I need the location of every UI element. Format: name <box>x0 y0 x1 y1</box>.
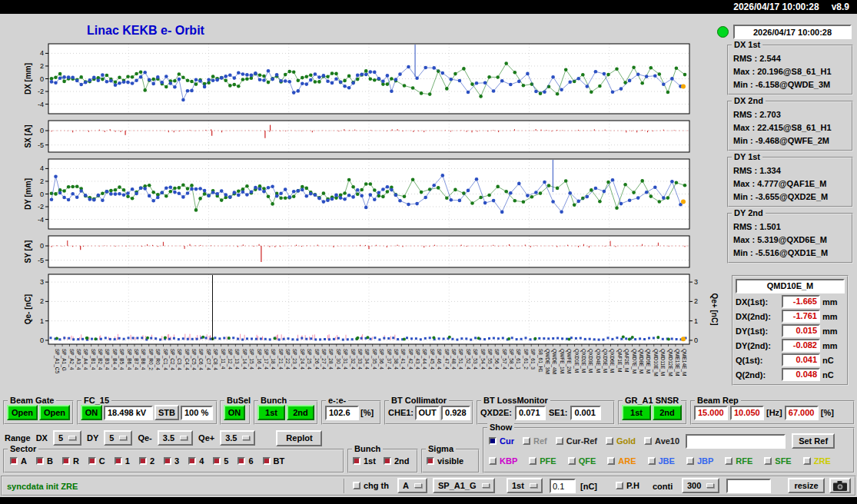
bunch-checkbox-2nd[interactable]: 2nd <box>384 456 410 466</box>
gr-snsr-2nd-button[interactable]: 2nd <box>653 405 682 420</box>
sector-checkbox-2[interactable]: 2 <box>139 456 154 466</box>
ref-name-input[interactable] <box>686 434 786 449</box>
aux-input[interactable] <box>726 479 771 493</box>
show-checkbox-zre[interactable]: ZRE <box>803 456 831 466</box>
range-qe-minus-value: 3.5 <box>163 433 174 443</box>
show-checkbox-ave10[interactable]: Ave10 <box>644 436 679 446</box>
busel-on-button[interactable]: ON <box>224 405 245 420</box>
threshold-input[interactable] <box>550 479 576 493</box>
monitor-row-label: DX(1st): <box>736 297 779 307</box>
checkbox-indicator <box>568 457 576 465</box>
stat-group-title: DY 2nd <box>732 208 766 217</box>
fc15-stb-button[interactable]: STB <box>154 405 179 420</box>
dropdown-indicator-icon <box>119 436 127 440</box>
show-checkbox-rfe[interactable]: RFE <box>725 456 752 466</box>
beam-rep-group: Beam Rep 15.000 10.050 [Hz] 67.000 [%] <box>690 400 855 425</box>
sector-checkbox-a[interactable]: A <box>10 456 27 466</box>
sector-checkbox-r[interactable]: R <box>62 456 79 466</box>
svg-text:SP_R0_4: SP_R0_4 <box>154 349 161 370</box>
sigma-checkbox-visible[interactable]: visible <box>427 456 463 466</box>
checkbox-label: Cur-Ref <box>566 436 597 446</box>
checkbox-indicator <box>353 482 360 489</box>
chg-th-checkbox[interactable]: chg th <box>353 481 389 490</box>
monitor-row-value: 0.048 <box>782 368 820 381</box>
bunch-2nd-button[interactable]: 2nd <box>287 405 314 420</box>
resize-button[interactable]: resize <box>788 478 825 493</box>
checkbox-indicator <box>529 457 536 465</box>
bpm-select[interactable]: SP_A1_G <box>433 478 495 493</box>
checkbox-label: 3 <box>174 456 179 466</box>
show-checkbox-gold[interactable]: Gold <box>606 436 636 446</box>
beam-rep-value-2: 10.050 <box>730 406 764 420</box>
svg-text:QMD12E_M: QMD12E_M <box>667 349 673 376</box>
checkbox-indicator <box>725 457 732 465</box>
beam-gate-open-button-1[interactable]: Open <box>7 405 38 420</box>
beam-rep-unit-percent: [%] <box>821 408 834 417</box>
bunch-number-select[interactable]: 1st <box>507 478 543 493</box>
show-row-2: KBPPFEQFEAREJBEJBPRFESFEZRE <box>489 452 831 470</box>
show-checkbox-jbe[interactable]: JBE <box>648 456 675 466</box>
bunch-1st-button[interactable]: 1st <box>257 405 285 420</box>
svg-text:SP_B6_4: SP_B6_4 <box>126 349 132 370</box>
ph-checkbox[interactable]: P.H <box>616 481 639 490</box>
monitor-row-unit: mm <box>822 312 845 321</box>
sector-checkbox-4[interactable]: 4 <box>188 456 204 466</box>
range-dx-value: 5 <box>58 433 63 443</box>
sector-checkbox-1[interactable]: 1 <box>115 456 130 466</box>
sector-checkbox-c[interactable]: C <box>88 456 105 466</box>
fc15-on-button[interactable]: ON <box>81 405 102 420</box>
gr-snsr-1st-button[interactable]: 1st <box>622 405 651 420</box>
stat-group-dx-2nd: DX 2ndRMS : 2.703Max : 22.415@S8_61_H1Mi… <box>727 101 853 151</box>
stat-line: RMS : 2.703 <box>733 108 849 121</box>
svg-text:2: 2 <box>40 297 44 305</box>
bpm-select-value: SP_A1_G <box>438 481 477 490</box>
range-qe-minus-select[interactable]: 3.5 <box>158 430 193 446</box>
show-checkbox-cur[interactable]: Cur <box>489 436 514 446</box>
camera-button[interactable] <box>829 478 851 493</box>
svg-text:0: 0 <box>40 242 44 250</box>
range-dx-select[interactable]: 5 <box>53 430 81 446</box>
sector-checkbox-b[interactable]: B <box>36 456 53 466</box>
range-dy-select[interactable]: 5 <box>104 430 132 446</box>
beam-rep-unit-hz: [Hz] <box>766 408 782 417</box>
svg-text:SP_58_4: SP_58_4 <box>508 349 514 370</box>
monitor-row-label: Q(1st): <box>736 356 779 365</box>
svg-text:SP_33_4: SP_33_4 <box>357 349 363 370</box>
svg-text:SP_18_4: SP_18_4 <box>270 349 276 370</box>
show-checkbox-sfe[interactable]: SFE <box>764 456 791 466</box>
svg-text:SP_53_4: SP_53_4 <box>472 349 478 370</box>
svg-text:SP_C1_4: SP_C1_4 <box>162 349 168 370</box>
set-ref-button[interactable]: Set Ref <box>792 433 835 449</box>
status-light <box>717 26 729 38</box>
beam-gate-open-button-2[interactable]: Open <box>39 405 70 420</box>
checkbox-indicator <box>606 437 613 445</box>
sector-checkbox-6[interactable]: 6 <box>238 456 253 466</box>
mode-select[interactable]: A <box>397 478 427 493</box>
svg-text:SP_A3_4: SP_A3_4 <box>75 349 81 370</box>
bunch-checkbox-1st[interactable]: 1st <box>353 456 376 466</box>
show-checkbox-cur-ref[interactable]: Cur-Ref <box>556 436 597 446</box>
show-checkbox-ref[interactable]: Ref <box>523 436 547 446</box>
svg-text:2: 2 <box>40 62 44 70</box>
sector-checkbox-5[interactable]: 5 <box>213 456 228 466</box>
checkbox-indicator <box>616 482 623 489</box>
show-checkbox-jbp[interactable]: JBP <box>686 456 713 466</box>
show-checkbox-are[interactable]: ARE <box>607 456 636 466</box>
range-qe-plus-select[interactable]: 3.5 <box>220 430 255 446</box>
show-row2-items: KBPPFEQFEAREJBEJBPRFESFEZRE <box>489 456 831 466</box>
range-qe-plus-value: 3.5 <box>225 433 237 443</box>
svg-text:SX [A]: SX [A] <box>24 125 32 148</box>
checkbox-label: Ref <box>533 436 547 446</box>
svg-text:2: 2 <box>694 297 698 305</box>
replot-button[interactable]: Replot <box>276 430 322 446</box>
svg-text:0: 0 <box>40 127 44 134</box>
dropdown-indicator-icon <box>482 483 490 488</box>
sector-checkbox-3[interactable]: 3 <box>164 456 179 466</box>
interval-select[interactable]: 300 <box>682 478 719 493</box>
show-checkbox-kbp[interactable]: KBP <box>489 456 517 466</box>
show-checkbox-pfe[interactable]: PFE <box>529 456 556 466</box>
sector-checkbox-bt[interactable]: BT <box>263 456 285 466</box>
monitor-row: Q(1st):0.041nC <box>736 353 845 367</box>
show-checkbox-qfe[interactable]: QFE <box>568 456 596 466</box>
monitor-title: QMD10E_M <box>736 279 845 293</box>
